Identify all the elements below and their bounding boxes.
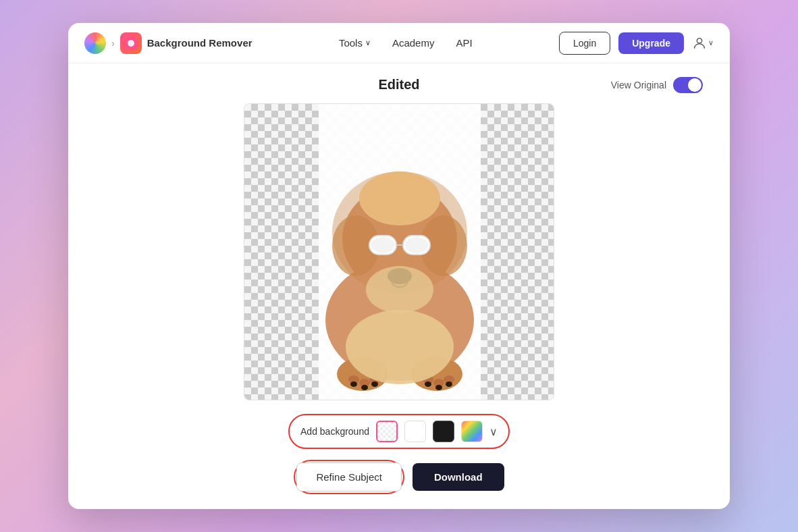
dog-image [244,104,554,400]
download-button[interactable]: Download [413,463,504,491]
svg-point-1 [128,40,134,47]
svg-point-2 [697,38,701,43]
svg-point-9 [359,171,440,225]
navbar: › Background Remover [68,23,730,63]
svg-point-25 [346,310,454,384]
svg-point-16 [366,266,433,313]
navbar-center: Tools ∨ Academy API [252,37,559,49]
main-content: Edited View Original [68,63,730,509]
nav-academy[interactable]: Academy [392,37,435,49]
svg-point-14 [405,237,428,253]
svg-point-13 [371,237,394,253]
navbar-right: Login Upgrade ∨ [559,32,714,55]
bottom-controls: Add background ∨ Refine Subject Download [288,414,510,494]
black-swatch[interactable] [433,421,454,442]
svg-point-31 [446,381,452,387]
logo-icon[interactable] [84,32,106,54]
refine-annotation: Refine Subject [294,460,404,494]
app-window: › Background Remover [68,23,730,509]
white-swatch[interactable] [404,421,426,442]
tools-chevron-icon: ∨ [365,38,371,47]
svg-point-28 [371,381,378,387]
view-original-text: View Original [611,80,666,90]
svg-point-29 [425,381,431,387]
background-chevron-icon[interactable]: ∨ [489,425,498,438]
refine-subject-button[interactable]: Refine Subject [296,462,402,491]
navbar-left: › Background Remover [84,32,252,54]
login-button[interactable]: Login [559,32,610,55]
gradient-swatch[interactable] [461,421,483,442]
add-background-label: Add background [300,426,369,437]
user-chevron-icon: ∨ [708,38,714,47]
action-row: Refine Subject Download [294,460,504,494]
svg-point-30 [435,385,442,390]
transparent-swatch[interactable] [376,421,398,442]
view-original-container: View Original [611,77,703,93]
svg-point-27 [361,385,368,390]
nav-tools[interactable]: Tools ∨ [339,37,371,49]
view-original-toggle[interactable] [673,77,703,93]
app-icon [120,32,142,54]
upgrade-button[interactable]: Upgrade [618,32,684,54]
image-container [244,103,554,400]
bg-annotation: Add background ∨ [288,414,510,449]
nav-api[interactable]: API [456,37,472,49]
top-bar: Edited View Original [68,77,730,92]
background-row: Add background ∨ [288,414,510,449]
svg-point-26 [350,381,357,387]
user-icon[interactable]: ∨ [692,32,714,54]
breadcrumb-arrow: › [111,38,115,49]
edited-label: Edited [378,77,419,92]
toggle-knob [688,78,701,92]
app-name: Background Remover [147,37,252,49]
